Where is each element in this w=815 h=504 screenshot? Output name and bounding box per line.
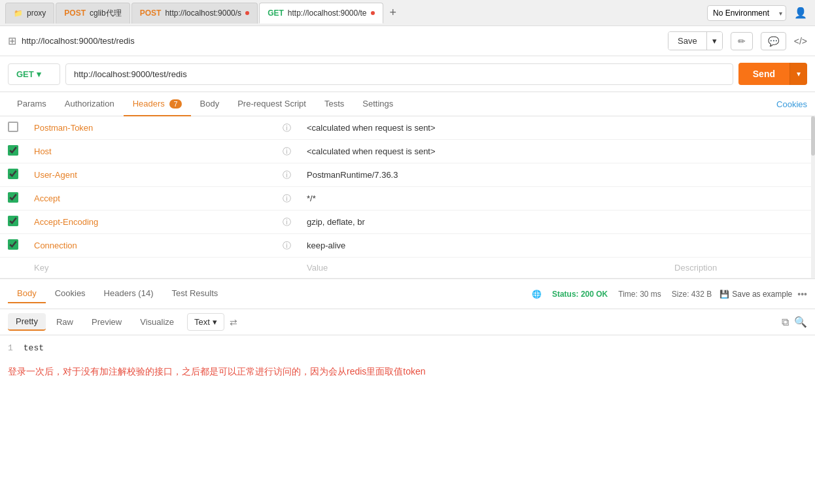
tab-bar: 📁 proxy POST cglib代理 POST http://localho… — [0, 0, 815, 26]
header-row-5: Accept-Encoding ⓘ gzip, deflate, br — [0, 210, 815, 234]
response-actions: 💾 Save as example ••• — [720, 289, 807, 299]
save-example-button[interactable]: 💾 Save as example — [720, 290, 792, 299]
header-3-value: PostmanRuntime/7.36.3 — [307, 170, 398, 180]
text-format-label: Text — [194, 317, 210, 327]
header-2-checkbox[interactable] — [8, 145, 18, 156]
save-button[interactable]: Save — [668, 32, 706, 50]
comment-button[interactable]: 💬 — [761, 32, 786, 50]
header-5-info[interactable]: ⓘ — [283, 217, 291, 227]
save-button-group: Save ▾ — [668, 31, 723, 50]
header-4-key: Accept — [34, 193, 60, 203]
tab-cglib[interactable]: POST cglib代理 — [56, 3, 130, 24]
headers-table: Postman-Token ⓘ <calculated when request… — [0, 116, 815, 278]
response-size: Size: 432 B — [672, 290, 712, 299]
header-4-checkbox[interactable] — [8, 192, 18, 203]
header-4-value: */* — [307, 193, 316, 203]
line-number-1: 1 — [8, 343, 13, 353]
header-row-2: Host ⓘ <calculated when request is sent> — [0, 140, 815, 163]
format-raw[interactable]: Raw — [48, 314, 81, 330]
header-3-checkbox[interactable] — [8, 169, 18, 179]
environment-container: No Environment — [707, 5, 786, 21]
method-caret: ▾ — [37, 69, 41, 79]
search-button[interactable]: 🔍 — [794, 316, 807, 328]
add-tab-button[interactable]: + — [385, 6, 402, 20]
header-6-value: keep-alive — [307, 241, 345, 250]
folder-icon: 📁 — [14, 9, 23, 18]
resp-tab-body[interactable]: Body — [8, 284, 46, 303]
send-dropdown-button[interactable]: ▾ — [789, 63, 807, 85]
tab-post-method: POST — [140, 8, 162, 18]
save-dropdown-button[interactable]: ▾ — [706, 32, 722, 50]
tab-get-localhost[interactable]: GET http://localhost:9000/te — [259, 3, 383, 24]
format-preview[interactable]: Preview — [84, 314, 130, 330]
response-time: Time: 30 ms — [618, 290, 661, 299]
headers-count: 7 — [169, 99, 181, 109]
copy-button[interactable]: ⧉ — [782, 316, 789, 328]
header-6-checkbox[interactable] — [8, 239, 18, 250]
header-row-empty: Key Value Description — [0, 258, 815, 278]
tab-proxy[interactable]: 📁 proxy — [5, 3, 54, 24]
tab-settings[interactable]: Settings — [353, 92, 402, 116]
request-row: GET ▾ Send ▾ — [0, 56, 815, 92]
response-toolbar: Pretty Raw Preview Visualize Text ▾ ⇄ ⧉ … — [0, 309, 815, 335]
request-tabs: Params Authorization Headers 7 Body Pre-… — [0, 92, 815, 116]
environment-select[interactable]: No Environment — [707, 5, 786, 21]
text-caret-icon: ▾ — [213, 317, 217, 327]
tab-tests[interactable]: Tests — [315, 92, 353, 116]
header-1-value: <calculated when request is sent> — [307, 123, 436, 133]
header-1-checkbox[interactable] — [8, 122, 18, 132]
tab-get-method: GET — [268, 8, 284, 18]
header-6-info[interactable]: ⓘ — [283, 241, 291, 250]
header-3-info[interactable]: ⓘ — [283, 170, 291, 180]
code-button[interactable]: </> — [794, 36, 807, 46]
tab-prerequest[interactable]: Pre-request Script — [228, 92, 315, 116]
format-pretty[interactable]: Pretty — [8, 313, 46, 331]
resp-tab-headers[interactable]: Headers (14) — [95, 284, 163, 303]
address-bar: ⊞ http://localhost:9000/test/redis Save … — [0, 26, 815, 56]
header-5-checkbox[interactable] — [8, 216, 18, 226]
header-1-info[interactable]: ⓘ — [283, 123, 291, 133]
save-example-label: Save as example — [732, 290, 792, 299]
headers-area: Postman-Token ⓘ <calculated when request… — [0, 116, 815, 279]
send-button[interactable]: Send — [738, 63, 789, 85]
method-dropdown[interactable]: GET ▾ — [8, 63, 60, 85]
header-2-value: <calculated when request is sent> — [307, 146, 436, 156]
tab-params[interactable]: Params — [8, 92, 56, 116]
tab-proxy-label: proxy — [27, 8, 46, 18]
address-url: http://localhost:9000/test/redis — [22, 36, 663, 46]
header-5-key: Accept-Encoding — [34, 217, 98, 227]
response-toolbar-right: ⧉ 🔍 — [782, 316, 807, 328]
tab-cglib-label: cglib代理 — [90, 8, 122, 19]
profile-icon[interactable]: 👤 — [791, 4, 810, 22]
tab-post-localhost[interactable]: POST http://localhost:9000/s — [131, 3, 258, 24]
globe-icon: 🌐 — [532, 290, 542, 299]
header-2-info[interactable]: ⓘ — [283, 146, 291, 156]
tab-body[interactable]: Body — [191, 92, 229, 116]
header-3-key: User-Agent — [34, 170, 77, 180]
more-options-icon[interactable]: ••• — [797, 289, 807, 299]
tab-post-dot — [245, 11, 249, 15]
key-placeholder: Key — [34, 263, 48, 273]
tab-get-dot — [371, 11, 375, 15]
format-visualize[interactable]: Visualize — [132, 314, 182, 330]
tab-bar-right: No Environment 👤 — [707, 4, 810, 22]
cookies-link[interactable]: Cookies — [776, 99, 807, 109]
resp-tab-cookies[interactable]: Cookies — [46, 284, 95, 303]
tab-authorization[interactable]: Authorization — [56, 92, 124, 116]
header-5-value: gzip, deflate, br — [307, 217, 365, 227]
tab-post-label: http://localhost:9000/s — [165, 8, 241, 18]
tab-headers-label: Headers — [133, 99, 167, 109]
method-label: GET — [16, 69, 34, 79]
url-input[interactable] — [65, 63, 733, 85]
resp-tab-tests[interactable]: Test Results — [162, 284, 227, 303]
tab-cglib-method: POST — [64, 8, 86, 18]
edit-button[interactable]: ✏ — [731, 32, 753, 50]
scrollbar-track — [811, 116, 815, 278]
header-1-key: Postman-Token — [34, 123, 93, 133]
text-format-dropdown[interactable]: Text ▾ — [187, 313, 224, 331]
header-4-info[interactable]: ⓘ — [283, 193, 291, 203]
wrap-button[interactable]: ⇄ — [230, 317, 237, 328]
tab-headers[interactable]: Headers 7 — [124, 92, 191, 116]
scrollbar-thumb[interactable] — [811, 116, 815, 156]
request-icon: ⊞ — [8, 35, 16, 47]
